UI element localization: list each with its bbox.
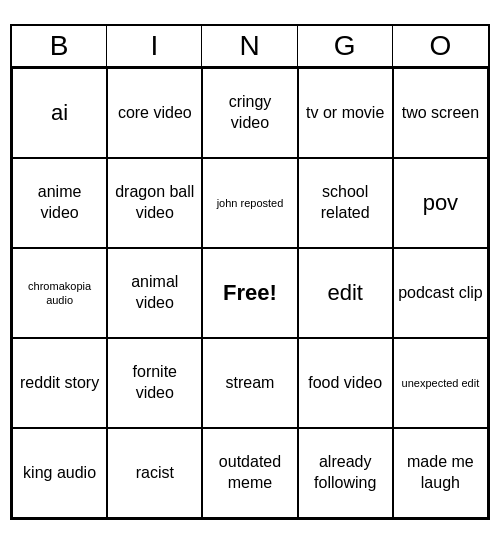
bingo-cell: school related <box>298 158 393 248</box>
bingo-cell: king audio <box>12 428 107 518</box>
bingo-cell: ai <box>12 68 107 158</box>
header-letter: B <box>12 26 107 66</box>
bingo-cell: stream <box>202 338 297 428</box>
bingo-cell: unexpected edit <box>393 338 488 428</box>
bingo-cell: tv or movie <box>298 68 393 158</box>
bingo-cell: john reposted <box>202 158 297 248</box>
header-letter: G <box>298 26 393 66</box>
bingo-cell: made me laugh <box>393 428 488 518</box>
bingo-cell: core video <box>107 68 202 158</box>
bingo-cell: two screen <box>393 68 488 158</box>
bingo-cell: already following <box>298 428 393 518</box>
bingo-cell: racist <box>107 428 202 518</box>
header-letter: N <box>202 26 297 66</box>
bingo-cell: dragon ball video <box>107 158 202 248</box>
bingo-grid: aicore videocringy videotv or movietwo s… <box>12 68 488 518</box>
bingo-cell: outdated meme <box>202 428 297 518</box>
bingo-cell: podcast clip <box>393 248 488 338</box>
bingo-cell: pov <box>393 158 488 248</box>
bingo-cell: Free! <box>202 248 297 338</box>
bingo-cell: fornite video <box>107 338 202 428</box>
bingo-cell: food video <box>298 338 393 428</box>
bingo-cell: chromakopia audio <box>12 248 107 338</box>
bingo-header: BINGO <box>12 26 488 68</box>
bingo-cell: reddit story <box>12 338 107 428</box>
bingo-cell: animal video <box>107 248 202 338</box>
header-letter: I <box>107 26 202 66</box>
header-letter: O <box>393 26 488 66</box>
bingo-cell: anime video <box>12 158 107 248</box>
bingo-card: BINGO aicore videocringy videotv or movi… <box>10 24 490 520</box>
bingo-cell: edit <box>298 248 393 338</box>
bingo-cell: cringy video <box>202 68 297 158</box>
